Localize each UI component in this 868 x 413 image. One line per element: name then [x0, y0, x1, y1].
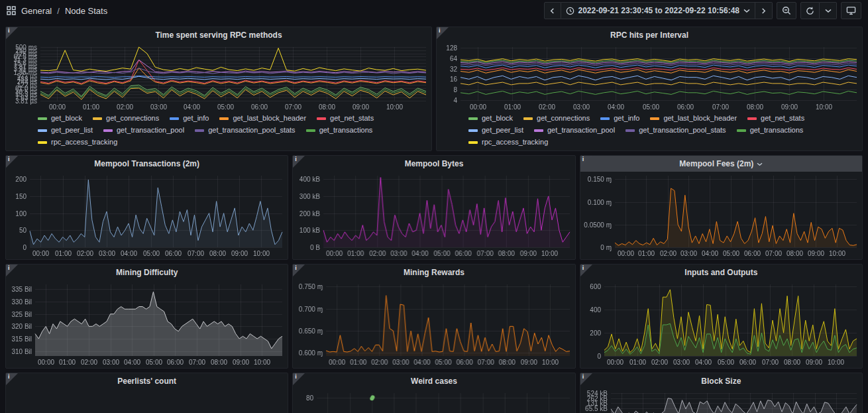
panel-title-rpc-hits[interactable]: RPC hits per Interval: [437, 27, 862, 43]
panel-title-rpc-time[interactable]: Time spent serving RPC methods: [6, 27, 431, 43]
legend-item-get_peer_list[interactable]: get_peer_list: [468, 125, 523, 135]
legend-item-get_transactions[interactable]: get_transactions: [306, 125, 373, 135]
panel-rpc-hits: i RPC hits per Interval get_blockget_con…: [436, 27, 863, 151]
panel-title-text: RPC hits per Interval: [610, 30, 688, 40]
refresh-icon: [806, 7, 814, 15]
panel-inputs-outputs: i Inputs and Outputs: [580, 264, 863, 369]
breadcrumb-section[interactable]: General: [21, 6, 52, 16]
panel-title-weird-cases[interactable]: Weird cases: [293, 373, 574, 389]
panel-title-text: Inputs and Outputs: [684, 268, 757, 277]
legend-color-chip: [38, 117, 47, 120]
panel-title-text: Peerlists' count: [117, 377, 176, 386]
panel-peerlists-count: i Peerlists' count: [5, 373, 288, 413]
panel-info-icon[interactable]: i: [293, 156, 305, 168]
legend-label: get_transaction_pool: [547, 125, 615, 135]
dashboard-grid: i Time spent serving RPC methods get_blo…: [0, 21, 868, 413]
legend-color-chip: [103, 129, 113, 132]
time-shift-forward-button[interactable]: [755, 2, 773, 19]
panel-info-icon[interactable]: i: [580, 156, 592, 168]
time-range-text: 2022-09-21 23:30:45 to 2022-09-22 10:56:…: [578, 6, 740, 15]
breadcrumb-page[interactable]: Node Stats: [65, 6, 107, 16]
panel-title-mining-rewards[interactable]: Mining Rewards: [293, 265, 574, 280]
legend-label: get_info: [183, 113, 209, 123]
panel-info-icon[interactable]: i: [437, 27, 449, 39]
panel-title-mempool-transactions[interactable]: Mempool Transactions (2m): [6, 156, 288, 172]
panel-title-mining-difficulty[interactable]: Mining Difficulty: [6, 265, 288, 280]
zoom-out-button[interactable]: [777, 2, 796, 19]
legend-color-chip: [468, 117, 478, 120]
legend-color-chip: [93, 117, 102, 120]
legend-item-get_transaction_pool[interactable]: get_transaction_pool: [534, 125, 615, 135]
legend-item-get_net_stats[interactable]: get_net_stats: [317, 113, 374, 123]
panel-info-icon[interactable]: i: [6, 27, 18, 39]
panel-title-text: Weird cases: [411, 377, 457, 386]
legend-item-get_connections[interactable]: get_connections: [93, 113, 159, 123]
legend-color-chip: [468, 141, 478, 144]
panel-title-block-size[interactable]: Block Size: [580, 373, 862, 389]
legend-color-chip: [38, 129, 47, 132]
legend-item-get_last_block_header[interactable]: get_last_block_header: [650, 113, 737, 123]
chart-rpc-hits[interactable]: [437, 43, 862, 113]
caret-down-icon: [743, 8, 750, 13]
panel-info-icon[interactable]: i: [6, 156, 18, 168]
kiosk-mode-button[interactable]: [841, 2, 861, 19]
legend-item-get_info[interactable]: get_info: [600, 113, 639, 123]
legend-label: get_block: [482, 113, 513, 123]
panel-title-mempool-bytes[interactable]: Mempool Bytes: [293, 156, 574, 172]
panel-info-icon[interactable]: i: [6, 265, 18, 276]
time-shift-back-button[interactable]: [544, 2, 561, 19]
legend-item-get_info[interactable]: get_info: [170, 113, 209, 123]
panel-info-icon[interactable]: i: [580, 373, 592, 385]
chart-inputs-outputs[interactable]: [580, 280, 862, 368]
dashboard-grid-icon[interactable]: [7, 6, 16, 15]
legend-label: rpc_access_tracking: [51, 137, 117, 147]
panel-title-text: Mempool Bytes: [405, 159, 464, 168]
legend-label: get_transactions: [319, 125, 373, 135]
chart-block-size[interactable]: [580, 389, 862, 413]
toolbar-controls: 2022-09-21 23:30:45 to 2022-09-22 10:56:…: [544, 2, 862, 19]
refresh-button[interactable]: [800, 2, 820, 19]
legend-item-get_connections[interactable]: get_connections: [523, 113, 590, 123]
panel-title-text: Time spent serving RPC methods: [155, 30, 282, 40]
panel-title-mempool-fees[interactable]: Mempool Fees (2m): [580, 156, 862, 172]
legend-color-chip: [38, 141, 47, 144]
panel-info-icon[interactable]: i: [293, 373, 305, 385]
legend-color-chip: [468, 129, 478, 132]
chart-mining-difficulty[interactable]: [6, 280, 288, 368]
legend-label: rpc_access_tracking: [482, 137, 548, 147]
chart-weird-cases[interactable]: [293, 389, 574, 413]
legend-label: get_peer_list: [482, 125, 523, 135]
chart-mining-rewards[interactable]: [293, 280, 574, 368]
panel-title-peerlists-count[interactable]: Peerlists' count: [6, 373, 288, 389]
legend-item-get_transaction_pool_stats[interactable]: get_transaction_pool_stats: [625, 125, 726, 135]
legend-label: get_block: [51, 113, 82, 123]
legend-item-get_block[interactable]: get_block: [38, 113, 82, 123]
legend-item-get_transaction_pool_stats[interactable]: get_transaction_pool_stats: [195, 125, 295, 135]
chart-mempool-transactions[interactable]: [6, 172, 288, 259]
chart-peerlists-count[interactable]: [6, 389, 288, 413]
legend-item-get_block[interactable]: get_block: [468, 113, 513, 123]
legend-label: get_last_block_header: [663, 113, 737, 123]
legend-color-chip: [170, 117, 179, 120]
legend-item-get_transaction_pool[interactable]: get_transaction_pool: [103, 125, 184, 135]
legend-item-rpc_access_tracking[interactable]: rpc_access_tracking: [468, 137, 548, 147]
panel-info-icon[interactable]: i: [293, 265, 305, 276]
chart-mempool-bytes[interactable]: [293, 172, 574, 259]
legend-color-chip: [625, 129, 635, 132]
legend-item-get_transactions[interactable]: get_transactions: [737, 125, 804, 135]
legend-item-rpc_access_tracking[interactable]: rpc_access_tracking: [38, 137, 117, 147]
legend-label: get_transaction_pool_stats: [208, 125, 295, 135]
chevron-right-icon: [761, 8, 767, 14]
refresh-interval-button[interactable]: [820, 2, 837, 19]
chart-mempool-fees[interactable]: [580, 172, 862, 259]
breadcrumb: General / Node Stats: [7, 6, 107, 16]
panel-info-icon[interactable]: i: [6, 373, 18, 385]
chart-rpc-time[interactable]: [6, 43, 431, 113]
legend-item-get_last_block_header[interactable]: get_last_block_header: [219, 113, 306, 123]
legend-label: get_peer_list: [51, 125, 93, 135]
panel-info-icon[interactable]: i: [580, 265, 592, 276]
time-range-picker-button[interactable]: 2022-09-21 23:30:45 to 2022-09-22 10:56:…: [561, 2, 756, 19]
panel-title-inputs-outputs[interactable]: Inputs and Outputs: [580, 265, 862, 280]
legend-item-get_peer_list[interactable]: get_peer_list: [38, 125, 93, 135]
legend-item-get_net_stats[interactable]: get_net_stats: [747, 113, 804, 123]
